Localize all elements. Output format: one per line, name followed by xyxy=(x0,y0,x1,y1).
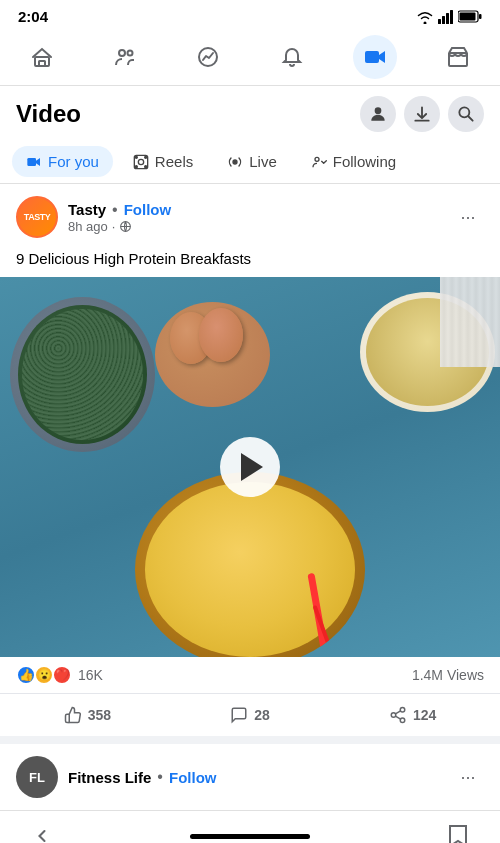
nav-bookmark-button[interactable] xyxy=(436,821,480,843)
play-triangle-icon xyxy=(241,453,263,481)
author-name-row-1: Tasty • Follow xyxy=(68,201,171,219)
post-author-1: TASTY Tasty • Follow 8h ago · xyxy=(16,196,171,238)
post-author-2: FL Fitness Life • Follow xyxy=(16,756,216,798)
svg-point-21 xyxy=(135,165,137,167)
follow-button-fitness[interactable]: Follow xyxy=(169,769,217,786)
nav-messenger[interactable] xyxy=(186,35,230,79)
share-icon xyxy=(389,706,407,724)
tab-following[interactable]: Following xyxy=(297,146,410,177)
action-buttons-1: 358 28 124 xyxy=(0,694,500,736)
svg-rect-1 xyxy=(442,16,445,24)
svg-rect-8 xyxy=(39,61,45,66)
views-count: 1.4M Views xyxy=(412,667,484,683)
post-header-2: FL Fitness Life • Follow ··· xyxy=(0,744,500,802)
author-info-2: Fitness Life • Follow xyxy=(68,768,216,786)
wifi-icon xyxy=(416,10,434,24)
svg-point-9 xyxy=(119,50,125,56)
bookmark-icon xyxy=(449,825,467,843)
download-button[interactable] xyxy=(404,96,440,132)
svg-rect-2 xyxy=(446,13,449,24)
nav-home[interactable] xyxy=(20,35,64,79)
post-time: 8h ago xyxy=(68,219,108,234)
tab-for-you-label: For you xyxy=(48,153,99,170)
author-info-1: Tasty • Follow 8h ago · xyxy=(68,201,171,234)
nav-notifications[interactable] xyxy=(270,35,314,79)
status-time: 2:04 xyxy=(18,8,48,25)
avatar-tasty: TASTY xyxy=(16,196,58,238)
following-icon xyxy=(311,154,327,170)
nav-marketplace[interactable] xyxy=(436,35,480,79)
post-card-2: FL Fitness Life • Follow ··· xyxy=(0,744,500,802)
svg-point-22 xyxy=(145,165,147,167)
comment-button[interactable]: 28 xyxy=(171,698,330,732)
tab-following-label: Following xyxy=(333,153,396,170)
svg-point-27 xyxy=(391,713,396,718)
svg-point-28 xyxy=(400,718,405,723)
post-card-1: TASTY Tasty • Follow 8h ago · xyxy=(0,184,500,736)
svg-point-26 xyxy=(400,708,405,713)
dot-sep: · xyxy=(112,219,116,234)
svg-rect-12 xyxy=(365,51,379,63)
reels-icon xyxy=(133,154,149,170)
post-meta-1: 8h ago · xyxy=(68,219,171,234)
bowl-eggs xyxy=(155,302,270,407)
reaction-emojis: 👍 😮 ❤️ xyxy=(16,665,72,685)
tabs-bar: For you Reels Live Following xyxy=(0,140,500,184)
svg-point-18 xyxy=(138,159,143,164)
share-button[interactable]: 124 xyxy=(333,698,492,732)
reactions-bar-1: 👍 😮 ❤️ 16K 1.4M Views xyxy=(0,657,500,694)
globe-icon xyxy=(119,220,132,233)
tab-reels-label: Reels xyxy=(155,153,193,170)
nav-video[interactable] xyxy=(353,35,397,79)
top-nav xyxy=(0,29,500,86)
like-icon xyxy=(64,706,82,724)
author-name-tasty: Tasty xyxy=(68,201,106,218)
play-button[interactable] xyxy=(220,437,280,497)
author-name-fitness: Fitness Life xyxy=(68,769,151,786)
search-icon xyxy=(456,104,476,124)
share-count: 124 xyxy=(413,707,436,723)
status-icons xyxy=(416,10,482,24)
feed: TASTY Tasty • Follow 8h ago · xyxy=(0,184,500,802)
like-count: 358 xyxy=(88,707,111,723)
header-actions xyxy=(360,96,484,132)
tab-live[interactable]: Live xyxy=(213,146,291,177)
svg-line-29 xyxy=(395,716,400,719)
post-text-1: 9 Delicious High Protein Breakfasts xyxy=(0,242,500,277)
tab-reels[interactable]: Reels xyxy=(119,146,207,177)
big-bowl xyxy=(135,472,365,657)
reaction-count: 16K xyxy=(78,667,103,683)
post-header-1: TASTY Tasty • Follow 8h ago · xyxy=(0,184,500,242)
person-icon xyxy=(368,104,388,124)
post-video-1[interactable] xyxy=(0,277,500,657)
author-name-row-2: Fitness Life • Follow xyxy=(68,768,216,786)
nav-friends[interactable] xyxy=(103,35,147,79)
comment-icon xyxy=(230,706,248,724)
svg-rect-6 xyxy=(460,13,476,21)
follow-button-tasty[interactable]: Follow xyxy=(124,201,172,218)
signal-icon xyxy=(438,10,454,24)
like-emoji: 👍 xyxy=(16,665,36,685)
more-button-1[interactable]: ··· xyxy=(452,201,484,233)
nav-back-button[interactable] xyxy=(20,821,64,843)
svg-point-19 xyxy=(135,156,137,158)
bottom-nav xyxy=(0,810,500,843)
more-button-2[interactable]: ··· xyxy=(452,761,484,793)
tab-for-you[interactable]: For you xyxy=(12,146,113,177)
svg-point-10 xyxy=(127,51,132,56)
wow-emoji: 😮 xyxy=(34,665,54,685)
search-button[interactable] xyxy=(448,96,484,132)
home-indicator[interactable] xyxy=(190,834,310,839)
svg-point-15 xyxy=(459,107,469,117)
profile-button[interactable] xyxy=(360,96,396,132)
back-icon xyxy=(32,826,52,843)
download-icon xyxy=(412,104,432,124)
heart-emoji: ❤️ xyxy=(52,665,72,685)
svg-line-30 xyxy=(395,711,400,714)
live-icon xyxy=(227,154,243,170)
bowl-left xyxy=(10,297,155,452)
like-button[interactable]: 358 xyxy=(8,698,167,732)
svg-point-24 xyxy=(315,157,319,161)
svg-rect-13 xyxy=(449,53,467,66)
video-tab-icon xyxy=(26,154,42,170)
